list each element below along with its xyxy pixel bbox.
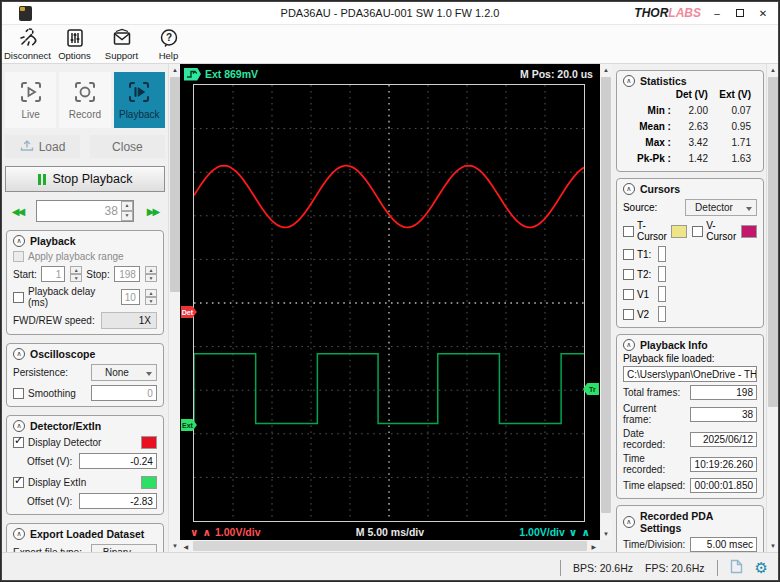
scroll-down-arrow[interactable]: ▼ <box>767 540 779 552</box>
stat-col-det: Det (V) <box>671 89 714 100</box>
support-button[interactable]: Support <box>98 27 145 61</box>
v2-checkbox[interactable] <box>623 309 634 320</box>
v1-field[interactable] <box>658 286 666 302</box>
smoothing-input[interactable]: 0 <box>91 385 157 401</box>
gear-icon[interactable]: ⚙ <box>755 560 768 575</box>
file-loaded-label: Playback file loaded: <box>623 353 757 364</box>
svg-text:?: ? <box>165 32 171 43</box>
forward-button[interactable]: ▶▶ <box>140 200 165 222</box>
title-bar: PDA36AU - PDA36AU-001 SW 1.0 FW 1.2.0 TH… <box>2 2 778 24</box>
cursors-section: ∧Cursors Source: Detector T-Cursor V-Cur… <box>616 178 764 328</box>
t2-field[interactable] <box>658 266 666 282</box>
detector-scale-up-arrow[interactable]: ∧ <box>202 526 211 538</box>
m-position-label: M Pos: 20.0 us <box>520 68 593 80</box>
collapse-icon[interactable]: ∧ <box>13 235 25 247</box>
export-section: ∧Export Loaded Dataset Export file type:… <box>6 523 164 552</box>
stop-frame-input[interactable]: 198 <box>114 266 140 282</box>
playback-section: ∧Playback Apply playback range Start: 1 … <box>6 230 164 335</box>
scroll-right-arrow[interactable]: ▶ <box>588 540 600 552</box>
recorded-settings-section: ∧Recorded PDA Settings Time/Division:5.0… <box>616 505 764 552</box>
extin-scale-down-arrow[interactable]: ∨ <box>569 526 578 538</box>
collapse-icon[interactable]: ∧ <box>13 420 25 432</box>
cursor-source-dropdown[interactable]: Detector <box>685 199 757 216</box>
scroll-left-arrow[interactable]: ◀ <box>180 540 192 552</box>
smoothing-checkbox[interactable] <box>13 388 24 399</box>
collapse-icon[interactable]: ∧ <box>623 516 635 528</box>
stop-playback-button[interactable]: Stop Playback <box>5 166 165 192</box>
record-icon <box>73 80 97 106</box>
scroll-up-arrow[interactable]: ▲ <box>600 64 612 76</box>
scroll-down-arrow[interactable]: ▼ <box>600 528 612 540</box>
playback-info-section: ∧Playback Info Playback file loaded: C:\… <box>616 334 764 499</box>
file-path-field[interactable]: C:\Users\ypan\OneDrive - THORLA <box>623 366 757 382</box>
disconnect-button[interactable]: Disconnect <box>4 27 51 61</box>
collapse-icon[interactable]: ∧ <box>623 339 635 351</box>
collapse-icon[interactable]: ∧ <box>623 75 635 87</box>
frame-number-input[interactable]: 38 ▲▼ <box>36 200 134 222</box>
close-button[interactable]: ✕ <box>756 6 770 20</box>
total-frames-field: 198 <box>690 385 757 400</box>
delay-input[interactable]: 10 <box>121 289 140 305</box>
disconnect-icon <box>17 27 39 49</box>
t1-field[interactable] <box>658 246 666 262</box>
v-cursor-checkbox[interactable] <box>692 226 703 237</box>
playback-icon <box>127 80 151 106</box>
extin-color-swatch[interactable] <box>141 476 157 489</box>
collapse-icon[interactable]: ∧ <box>623 183 635 195</box>
scope-vertical-scrollbar[interactable]: ▲ ▼ <box>600 64 612 540</box>
t-cursor-checkbox[interactable] <box>623 226 634 237</box>
playback-button[interactable]: Playback <box>114 72 165 128</box>
minimize-button[interactable]: – <box>710 6 724 20</box>
t1-checkbox[interactable] <box>623 249 634 260</box>
start-frame-input[interactable]: 1 <box>41 266 65 282</box>
time-elapsed-field: 00:00:01.850 <box>690 478 757 493</box>
left-panel-scrollbar[interactable]: ▲ ▼ <box>168 64 180 552</box>
log-file-icon[interactable] <box>730 559 743 576</box>
display-detector-checkbox[interactable] <box>13 437 24 448</box>
maximize-button[interactable] <box>733 6 747 20</box>
t2-checkbox[interactable] <box>623 269 634 280</box>
trigger-level-marker[interactable]: Tr <box>583 383 599 395</box>
rewind-button[interactable]: ◀◀ <box>5 200 30 222</box>
detector-offset-input[interactable]: -0.24 <box>79 453 157 469</box>
scroll-up-arrow[interactable]: ▲ <box>767 64 779 76</box>
collapse-icon[interactable]: ∧ <box>13 348 25 360</box>
display-extin-checkbox[interactable] <box>13 477 24 488</box>
delay-spinner[interactable]: ▲▼ <box>145 289 157 305</box>
detector-scale-down-arrow[interactable]: ∨ <box>190 526 199 538</box>
options-button[interactable]: Options <box>51 27 98 61</box>
v2-field[interactable] <box>658 306 666 322</box>
oscilloscope-display: Ext 869mV M Pos: 20.0 us Det Ext Tr ∨ ∧ … <box>180 64 600 540</box>
v1-checkbox[interactable] <box>623 289 634 300</box>
detector-scale-label: 1.00V/div <box>215 526 261 538</box>
delay-checkbox[interactable] <box>13 292 24 303</box>
close-file-button[interactable]: Close <box>90 135 165 158</box>
extin-offset-input[interactable]: -2.83 <box>79 493 157 509</box>
stat-col-ext: Ext (V) <box>714 89 757 100</box>
live-button[interactable]: Live <box>5 72 56 128</box>
stop-spinner[interactable]: ▲▼ <box>145 266 157 282</box>
apply-range-checkbox[interactable] <box>13 251 24 262</box>
start-spinner[interactable]: ▲▼ <box>70 266 82 282</box>
detector-extin-section: ∧Detector/ExtIn Display Detector Offset … <box>6 415 164 515</box>
record-button[interactable]: Record <box>59 72 110 128</box>
load-button[interactable]: Load <box>5 135 80 158</box>
load-icon <box>20 139 34 155</box>
detector-color-swatch[interactable] <box>141 436 157 449</box>
scope-horizontal-scrollbar[interactable]: ◀ ▶ <box>180 540 600 552</box>
speed-button[interactable]: 1X <box>101 312 157 329</box>
collapse-icon[interactable]: ∧ <box>13 528 25 540</box>
frame-spinner[interactable]: ▲▼ <box>121 201 133 221</box>
right-panel-scrollbar[interactable]: ▲ ▼ <box>766 64 778 552</box>
v-cursor-color-swatch[interactable] <box>741 225 757 238</box>
help-button[interactable]: ? Help <box>145 27 192 61</box>
main-toolbar: Disconnect Options Support <box>2 24 778 64</box>
export-type-dropdown[interactable]: Binary <box>91 544 157 552</box>
extin-scale-up-arrow[interactable]: ∧ <box>581 526 590 538</box>
persistence-dropdown[interactable]: None <box>91 364 157 381</box>
window-title: PDA36AU - PDA36AU-001 SW 1.0 FW 1.2.0 <box>281 7 500 19</box>
chevron-down-icon <box>746 207 752 211</box>
divider <box>717 560 718 576</box>
t-cursor-color-swatch[interactable] <box>671 225 687 238</box>
timebase-label: M 5.00 ms/div <box>356 526 424 538</box>
